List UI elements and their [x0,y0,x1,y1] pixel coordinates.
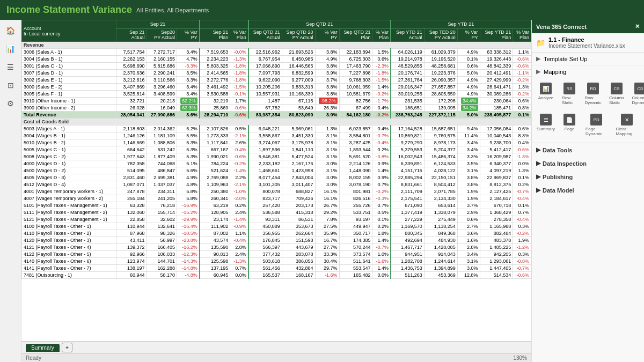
col-sep21-vplan: % VarPlan [230,28,248,42]
table-cell: -12.3% [177,251,200,258]
sidebar-section-publishing[interactable]: ▶ Publishing [532,170,644,183]
table-cell: 1.4% [372,84,391,91]
table-cell: 7,519,653 [200,49,230,56]
data-table: AccountIn Local currency Sep 21 Sep QTD … [21,20,531,279]
table-cell: -0.7% [513,188,531,195]
table-cell: 2,233,182 [248,160,282,167]
table-cell: 90,813 [200,251,230,258]
table-cell: 744,068 [147,160,177,167]
sidebar-section-data-model[interactable]: ▶ Data Model [532,183,644,197]
nav-icon-analyze[interactable]: 📊 [2,40,19,57]
table-cell: 2,234,223 [200,56,230,63]
table-cell: 1,448,090 [339,167,372,174]
table-row: 4512 (Wages D - 4)1,087,0711,037,0374.8%… [22,181,531,188]
table-cell: 35.9% [315,230,339,237]
table-cell: 1.0% [372,251,391,258]
table-cell: 801,981 [339,188,372,195]
table-cell: 3.1% [315,132,339,139]
table-cell: 53,649 [282,105,315,112]
nav-icon-home[interactable]: 🏠 [2,22,19,39]
col-static-button[interactable]: CS Column Static [607,80,626,107]
table-cell: 16,002,543 [391,153,424,160]
table-cell: 17,066,890 [248,63,282,70]
row-static-button[interactable]: RS Row Static [560,80,579,107]
sidebar-item-template-setup[interactable]: ▶ Template Set Up [532,53,644,65]
table-cell: 61,029,379 [424,49,457,56]
sidebar-header: Vena 365 Connect ✕ [532,20,644,33]
table-cell: 1.1% [230,230,248,237]
table-cell: 2,769,088 [200,174,230,181]
table-cell: -29.9% [177,216,200,223]
table-cell: 2,414,565 [200,70,230,77]
status-bar: Ready 130% [21,353,531,362]
table-cell: 12.8% [457,272,480,279]
sidebar-item-mapping[interactable]: ▶ Mapping [532,65,644,78]
table-cell: 1,893,544 [339,146,372,153]
nav-icon-settings[interactable]: ⚙ [2,95,19,112]
table-cell: 9,760,575 [424,132,457,139]
summary-button[interactable]: ☰ Summary [536,112,555,138]
clear-mapping-button[interactable]: ✕ Clear Mapping [614,112,640,138]
col-sep21-actual: Sep 21Actual [116,28,147,42]
add-tab-button[interactable]: + [62,343,72,352]
table-cell: 1.8% [372,230,391,237]
table-cell: 28,294,710 [200,112,230,119]
table-cell: 3.4% [177,91,200,98]
table-container[interactable]: AccountIn Local currency Sep 21 Sep QTD … [21,20,531,341]
table-cell: 4100 (Payroll Taxes - Other - 1) [22,223,116,230]
table-cell: 20,412,491 [480,70,513,77]
table-cell: 93,197 [339,216,372,223]
tab-summary[interactable]: Summary [26,344,60,352]
table-cell: 260,341 [200,195,230,202]
table-cell: 19,214,978 [391,56,424,63]
table-cell: 5.2% [177,125,200,132]
table-cell: -1.3% [513,153,531,160]
page-dynamic-button[interactable]: PD Page Dynamic [583,112,610,138]
table-cell: 0.2% [230,202,248,209]
table-cell: 3.8% [457,174,480,181]
table-cell: 3,078,190 [339,181,372,188]
table-cell: -23.8% [177,237,200,244]
table-cell: 87,968 [116,230,147,237]
table-cell: 27.5% [315,223,339,230]
page-button[interactable]: 📄 Page [560,112,579,138]
nav-icon-filter[interactable]: ⊡ [2,77,19,94]
table-cell: 138,197 [116,265,147,272]
table-cell: 3002 (Sales E - 1) [22,77,116,84]
table-cell: 6,023,857 [339,125,372,132]
table-cell: 4.9% [315,56,339,63]
table-cell: 26,090,357 [424,77,457,84]
nav-icon-summary[interactable]: ☰ [2,58,19,76]
table-cell: -1.1% [513,70,531,77]
sidebar-section-data-tools[interactable]: ▶ Data Tools [532,143,644,157]
table-cell: 155,714 [147,209,177,216]
col-group-sepqtd21: Sep QTD 21 [248,20,391,28]
table-cell: 2.4% [230,209,248,216]
table-cell: 3001 (Sales C - 1) [22,63,116,70]
table-cell: 3.1% [457,167,480,174]
publishing-label: Publishing [543,174,573,180]
col-dynamic-button[interactable]: CD Column Dynamic [631,80,644,107]
sidebar-close-icon[interactable]: ✕ [635,23,640,30]
table-cell: 82,756 [339,98,372,105]
table-cell: 84,162,180 [339,112,372,119]
table-cell: 1,087,071 [116,181,147,188]
table-cell: 5.3% [177,146,200,153]
table-cell: 139,095 [424,105,457,112]
table-cell: 1,338,079 [424,209,457,216]
table-cell: 241,205 [147,195,177,202]
table-cell: 1.4% [372,167,391,174]
row-dynamic-button[interactable]: RD Row Dynamic [583,80,603,107]
table-cell: 942,205 [480,251,513,258]
sidebar-section-data-inspection[interactable]: ▶ Data Inspection [532,157,644,170]
table-cell: 1,394,899 [424,265,457,272]
table-row: 4001 (Wages Temporary workers - 1)247,87… [22,188,531,195]
col-sqtd-vplan: % VarPlan [372,28,391,42]
table-cell: 27.7% [315,244,339,251]
table-cell: -0.2% [513,230,531,237]
analyze-button[interactable]: 📊 Analyze [536,80,555,107]
col-group-sep21-plan [200,20,248,28]
table-cell: 5.3% [177,153,200,160]
table-cell: 882,484 [480,230,513,237]
table-cell: 0.5% [230,125,248,132]
